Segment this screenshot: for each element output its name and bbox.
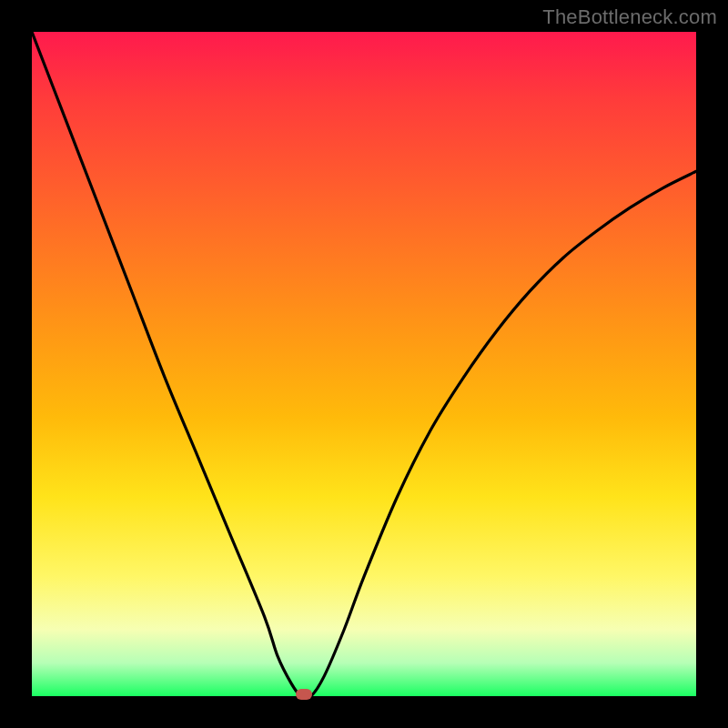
plot-area: [32, 32, 696, 696]
curve-svg: [32, 32, 696, 696]
minimum-marker: [296, 689, 312, 700]
chart-frame: TheBottleneck.com: [0, 0, 728, 728]
watermark-text: TheBottleneck.com: [542, 5, 717, 29]
bottleneck-curve-path: [32, 32, 696, 696]
